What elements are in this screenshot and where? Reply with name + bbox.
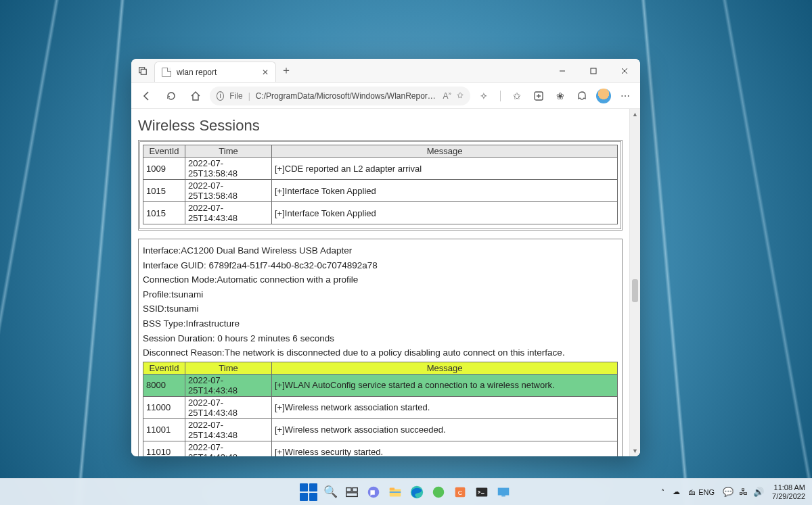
col-time: Time [185,145,272,158]
svg-rect-11 [346,492,358,496]
events-pane-1: EventId Time Message 10092022-07-25T13:5… [138,140,623,231]
svg-text:C: C [458,489,463,496]
new-tab-button[interactable]: ＋ [276,59,296,82]
table-header-row: EventId Time Message [143,145,618,158]
col-eventid: EventId [143,145,185,158]
taskbar-clock[interactable]: 11:08 AM 7/29/2022 [772,483,805,500]
back-button[interactable] [137,86,157,106]
extensions-icon[interactable]: ✧ [474,87,493,105]
home-button[interactable] [185,86,206,106]
taskbar-app-edge[interactable] [407,483,426,502]
svg-rect-10 [353,487,357,491]
browser-essentials-icon[interactable]: ❀ [551,87,570,105]
tab-title: wlan report [177,68,217,77]
events-table-1: EventId Time Message 10092022-07-25T13:5… [143,145,618,224]
taskbar-app-explorer[interactable] [386,483,405,502]
tab-actions-button[interactable] [131,59,154,82]
scrollbar-thumb[interactable] [632,279,638,302]
window-maximize-button[interactable] [578,59,609,82]
browser-window: wlan report ✕ ＋ i File | C:/ProgramData/… [131,59,640,456]
scroll-up-button[interactable]: ▲ [630,109,640,120]
svg-rect-9 [346,487,351,491]
profile-button[interactable] [594,87,613,105]
refresh-button[interactable] [161,86,181,106]
taskbar-app-generic3[interactable] [494,483,513,502]
svg-rect-15 [390,491,401,493]
svg-rect-1 [141,69,146,74]
onedrive-icon[interactable]: ☁︎ [673,487,680,496]
browser-viewport: Wireless Sessions EventId Time Message 1… [131,109,640,456]
vertical-scrollbar[interactable]: ▲ ▼ [629,109,640,456]
start-button[interactable] [299,483,318,502]
read-aloud-icon[interactable]: A» [443,91,451,101]
svg-rect-14 [390,487,394,490]
table-row: 10092022-07-25T13:58:48[+]CDE reported a… [143,158,618,180]
table-row: 110002022-07-25T14:43:48[+]Wireless netw… [143,396,618,418]
table-row: 10152022-07-25T14:43:48[+]Interface Toke… [143,202,618,224]
desktop: wlan report ✕ ＋ i File | C:/ProgramData/… [0,0,812,505]
address-bar[interactable]: i File | C:/ProgramData/Microsoft/Window… [210,87,470,105]
tray-overflow-button[interactable]: ˄ [661,488,664,496]
ime-icon[interactable]: 🖮 [688,488,696,496]
taskbar-app-generic1[interactable] [429,483,448,502]
site-info-icon[interactable]: i [217,91,224,101]
browser-toolbar: i File | C:/ProgramData/Microsoft/Window… [131,83,640,109]
col-message: Message [272,362,618,374]
window-close-button[interactable] [609,59,640,82]
svg-rect-22 [501,495,505,496]
svg-rect-20 [476,487,488,496]
taskbar-app-chat[interactable] [364,483,383,502]
taskbar-app-generic2[interactable]: C [451,483,470,502]
svg-rect-3 [591,68,596,74]
window-minimize-button[interactable] [547,59,578,82]
table-row: 10152022-07-25T13:58:48[+]Interface Toke… [143,180,618,202]
table-row: 110102022-07-25T14:43:48[+]Wireless secu… [143,441,618,456]
address-url: C:/ProgramData/Microsoft/Windows/WlanRep… [256,91,438,101]
volume-icon[interactable]: 🔊 [753,487,764,497]
col-message: Message [272,145,618,158]
session-info: Interface:AC1200 Dual Band Wireless USB … [143,243,618,360]
task-view-button[interactable] [342,483,361,502]
more-menu-button[interactable]: ⋯ [616,87,635,105]
session-pane: Interface:AC1200 Dual Band Wireless USB … [138,239,623,456]
avatar [596,89,611,103]
col-eventid: EventId [143,362,185,374]
address-scheme: File [229,91,242,101]
browser-titlebar: wlan report ✕ ＋ [131,59,640,83]
browser-tab[interactable]: wlan report ✕ [154,62,276,82]
events-table-2: EventId Time Message 80002022-07-25T14:4… [143,362,618,456]
add-favorite-icon[interactable]: ✩ [457,91,464,101]
network-icon[interactable]: 🖧 [739,487,748,497]
table-row: 80002022-07-25T14:43:48[+]WLAN AutoConfi… [143,374,618,396]
col-time: Time [185,362,272,374]
file-icon [162,68,171,77]
page-title: Wireless Sessions [131,109,629,140]
meet-now-icon[interactable]: 💬 [723,487,734,497]
language-indicator[interactable]: ENG [698,488,715,496]
table-row: 110012022-07-25T14:43:48[+]Wireless netw… [143,418,618,441]
tab-close-button[interactable]: ✕ [262,68,269,77]
svg-point-17 [433,486,445,498]
system-tray: ˄ ☁︎ 🖮 ENG 💬 🖧 🔊 11:08 AM 7/29/2022 [661,483,812,500]
taskbar: 🔍 C ˄ ☁︎ 🖮 ENG 💬 🖧 🔊 11:08 AM [0,478,812,505]
table-header-row: EventId Time Message [143,362,618,374]
favorites-icon[interactable]: ✩ [508,87,526,105]
taskbar-search-button[interactable]: 🔍 [321,483,340,502]
scroll-down-button[interactable]: ▼ [630,446,640,456]
taskbar-app-terminal[interactable] [472,483,491,502]
svg-rect-21 [498,487,510,495]
collections-icon[interactable] [529,87,548,105]
page-content: Wireless Sessions EventId Time Message 1… [131,109,629,456]
copilot-icon[interactable] [572,87,591,105]
